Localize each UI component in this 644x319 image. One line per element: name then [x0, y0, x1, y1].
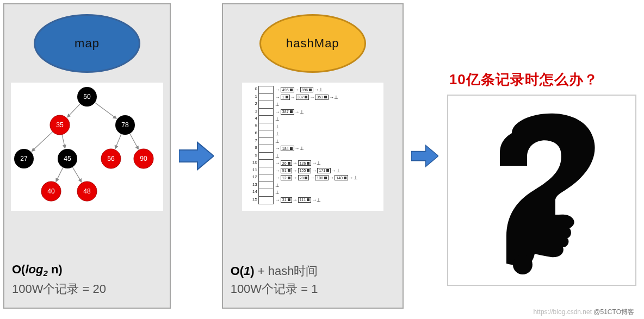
svg-text:78: 78 — [121, 121, 129, 129]
headline-question: 10亿条记录时怎么办？ — [449, 70, 598, 89]
map-ellipse: map — [34, 14, 140, 73]
log-base: 2 — [43, 269, 47, 278]
svg-text:27: 27 — [20, 155, 28, 162]
svg-line-4 — [115, 134, 121, 149]
svg-text:35: 35 — [56, 121, 64, 129]
tree-svg: 503578274556904048 — [11, 83, 163, 211]
svg-text:45: 45 — [64, 155, 71, 162]
svg-line-0 — [67, 104, 81, 117]
hashmap-diagram: 0123456789101112131415→496→896→⊥→1→337→3… — [242, 83, 383, 211]
map-records-line: 100W个记录 = 20 — [12, 282, 106, 296]
hash-table: 0123456789101112131415→496→896→⊥→1→337→3… — [242, 83, 383, 211]
map-caption: O(log2 n) 100W个记录 = 20 — [12, 260, 106, 298]
svg-line-5 — [130, 134, 139, 149]
svg-line-1 — [95, 103, 116, 118]
diagram-stage: map 503578274556904048 O(log2 n) 100W个记录… — [0, 0, 644, 309]
question-head-icon — [474, 106, 610, 274]
watermark-dark: @51CTO博客 — [593, 308, 634, 316]
hash-extra: + hash时间 — [255, 264, 318, 278]
svg-line-6 — [56, 167, 63, 182]
hashmap-title: hashMap — [286, 36, 339, 51]
question-box — [447, 95, 636, 286]
panel-hashmap: hashMap 0123456789101112131415→496→896→⊥… — [222, 3, 404, 309]
svg-line-2 — [32, 132, 53, 151]
svg-line-7 — [72, 167, 81, 182]
bigO2-open: O( — [231, 264, 244, 278]
svg-point-28 — [513, 255, 532, 274]
hashmap-records-line: 100W个记录 = 1 — [231, 282, 318, 296]
map-tree-diagram: 503578274556904048 — [11, 83, 163, 211]
svg-text:90: 90 — [140, 155, 147, 162]
right-column: 10亿条记录时怎么办？ — [446, 27, 641, 286]
bigO2-close: ) — [250, 264, 254, 278]
svg-text:48: 48 — [83, 187, 91, 195]
panel-map: map 503578274556904048 O(log2 n) 100W个记录… — [3, 3, 171, 309]
bigO-close: n) — [48, 262, 63, 276]
log-text: log — [25, 262, 43, 276]
arrow-hash-to-question — [410, 132, 439, 180]
bigO2-core: 1 — [244, 264, 250, 278]
watermark: https://blog.csdn.net @51CTO博客 — [534, 308, 634, 317]
hashmap-ellipse: hashMap — [259, 14, 366, 73]
arrow-map-to-hash — [177, 132, 215, 180]
svg-text:40: 40 — [47, 187, 55, 195]
svg-line-3 — [62, 135, 65, 148]
svg-text:50: 50 — [83, 93, 91, 101]
svg-text:56: 56 — [107, 155, 115, 162]
hashmap-caption: O(1) + hash时间 100W个记录 = 1 — [231, 262, 318, 298]
bigO-open: O( — [12, 262, 25, 276]
svg-marker-26 — [179, 142, 214, 170]
svg-marker-27 — [411, 145, 438, 166]
watermark-light: https://blog.csdn.net — [534, 308, 594, 316]
map-title: map — [75, 36, 100, 51]
